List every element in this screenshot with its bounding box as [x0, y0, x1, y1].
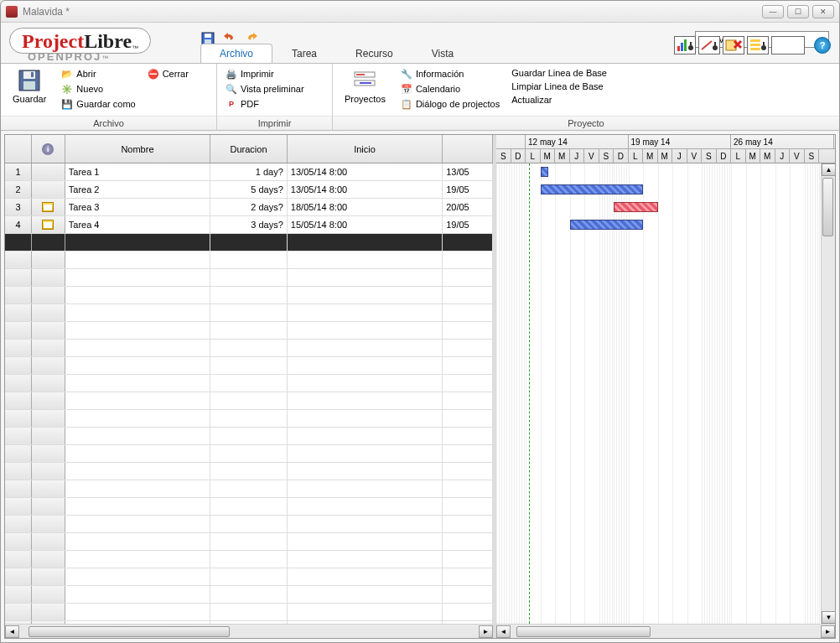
col-header-name[interactable]: Nombre	[65, 135, 210, 163]
calendar-icon	[42, 202, 54, 212]
table-row[interactable]: 1Tarea 11 day?13/05/14 8:0013/05	[5, 163, 493, 181]
day-header: M	[746, 149, 761, 163]
maximize-button[interactable]: ☐	[787, 5, 809, 18]
task-grid: i Nombre Duracion Inicio 1Tarea 11 day?1…	[5, 135, 496, 638]
empty-row[interactable]	[5, 586, 493, 604]
empty-row[interactable]	[5, 251, 493, 269]
scroll-thumb-v[interactable]	[822, 178, 833, 236]
gantt-scroll-right-icon[interactable]: ►	[821, 625, 835, 638]
gantt-bar[interactable]	[614, 202, 658, 212]
scroll-left-icon[interactable]: ◄	[5, 625, 19, 638]
info-button[interactable]: 🔧Información	[399, 67, 501, 80]
save-as-button[interactable]: 💾Guardar como	[60, 97, 137, 111]
projects-dialog-button[interactable]: 📋Diálogo de projectos	[399, 97, 501, 111]
col-header-info[interactable]: i	[32, 135, 65, 163]
day-header: M	[555, 149, 570, 163]
empty-row[interactable]	[5, 480, 493, 498]
empty-row[interactable]	[5, 445, 493, 463]
gantt-vscroll[interactable]: ▲ ▼	[821, 163, 835, 624]
empty-row[interactable]	[5, 410, 493, 428]
empty-row[interactable]	[5, 375, 493, 392]
table-row[interactable]: 2Tarea 25 days?13/05/14 8:0019/05	[5, 181, 493, 199]
col-header-end[interactable]	[443, 135, 493, 163]
gantt-bar[interactable]	[570, 220, 644, 230]
clear-baseline-button[interactable]: Limpiar Linea de Base	[510, 80, 609, 92]
day-header: M	[643, 149, 658, 163]
weekend-shade	[805, 163, 820, 624]
empty-row[interactable]	[5, 463, 493, 480]
open-button[interactable]: 📂Abrir	[60, 67, 137, 80]
grid-hscroll[interactable]: ◄ ►	[5, 624, 493, 638]
close-file-button[interactable]: ⛔Cerrar	[146, 67, 190, 80]
svg-rect-7	[690, 42, 692, 45]
save-button[interactable]: Guardar	[8, 67, 51, 106]
empty-row[interactable]	[5, 340, 493, 357]
svg-rect-24	[356, 74, 365, 75]
col-header-row[interactable]	[5, 135, 32, 163]
help-icon[interactable]: ?	[814, 37, 831, 54]
weekend-shade	[511, 163, 526, 624]
svg-rect-14	[750, 39, 760, 42]
col-header-start[interactable]: Inicio	[288, 135, 443, 163]
day-header: D	[614, 149, 629, 163]
empty-row[interactable]	[5, 568, 493, 586]
tab-vista[interactable]: Vista	[412, 44, 473, 63]
calendar-button[interactable]: 📅Calendario	[399, 82, 501, 96]
svg-rect-21	[23, 81, 35, 90]
table-row[interactable]: 4Tarea 43 days?15/05/14 8:0019/05	[5, 216, 493, 234]
empty-row[interactable]	[5, 428, 493, 445]
save-baseline-button[interactable]: Guardar Linea de Base	[510, 67, 609, 79]
gantt-hscroll[interactable]: ◄ ►	[496, 624, 835, 638]
empty-row[interactable]	[5, 604, 493, 621]
scroll-thumb[interactable]	[29, 626, 230, 637]
gantt-bar[interactable]	[541, 184, 644, 194]
empty-row[interactable]	[5, 498, 493, 516]
weekend-shade	[702, 163, 717, 624]
titlebar: Malavida * — ☐ ✕	[1, 1, 839, 23]
empty-row[interactable]	[5, 533, 493, 551]
minimize-button[interactable]: —	[762, 5, 784, 18]
resource-view-icon[interactable]	[698, 36, 720, 54]
search-box[interactable]	[771, 36, 805, 54]
svg-rect-16	[750, 48, 760, 50]
empty-row[interactable]	[5, 357, 493, 375]
empty-row[interactable]	[5, 516, 493, 533]
pdf-button[interactable]: PPDF	[224, 97, 306, 111]
group-label-imprimir: Imprimir	[217, 116, 332, 130]
empty-row[interactable]	[5, 551, 493, 568]
list-view-icon[interactable]	[747, 36, 769, 54]
week-header: 12 may 14	[526, 135, 629, 148]
col-header-duration[interactable]: Duracion	[210, 135, 288, 163]
tab-archivo[interactable]: Archivo	[200, 44, 272, 63]
chart-view-icon[interactable]	[674, 36, 696, 54]
empty-row[interactable]	[5, 304, 493, 322]
close-button[interactable]: ✕	[812, 5, 834, 18]
day-header: M	[658, 149, 673, 163]
table-row[interactable]: 3Tarea 32 days?18/05/14 8:0020/05	[5, 199, 493, 216]
preview-button[interactable]: 🔍Vista preliminar	[224, 82, 306, 96]
empty-row[interactable]	[5, 322, 493, 340]
projects-button[interactable]: Proyectos	[340, 67, 391, 106]
empty-row[interactable]	[5, 392, 493, 410]
day-header: M	[760, 149, 775, 163]
gantt-bar[interactable]	[541, 167, 548, 177]
scroll-down-icon[interactable]: ▼	[822, 611, 835, 624]
svg-rect-18	[763, 42, 765, 45]
week-header: 19 may 14	[629, 135, 732, 148]
gantt-scroll-thumb[interactable]	[516, 626, 651, 637]
print-button[interactable]: 🖨️Imprimir	[224, 67, 306, 80]
empty-row[interactable]	[5, 287, 493, 304]
remove-view-icon[interactable]	[723, 36, 744, 54]
svg-rect-4	[681, 43, 683, 51]
tab-tarea[interactable]: Tarea	[272, 44, 336, 63]
svg-rect-22	[31, 72, 34, 77]
gantt-scroll-left-icon[interactable]: ◄	[496, 625, 511, 638]
scroll-up-icon[interactable]: ▲	[822, 163, 835, 176]
tab-recurso[interactable]: Recurso	[336, 44, 412, 63]
empty-row[interactable]	[5, 269, 493, 287]
day-header: S	[702, 149, 717, 163]
new-button[interactable]: ✳️Nuevo	[60, 82, 137, 96]
update-button[interactable]: Actualizar	[510, 94, 609, 106]
scroll-right-icon[interactable]: ►	[479, 625, 493, 638]
svg-rect-26	[360, 82, 371, 84]
